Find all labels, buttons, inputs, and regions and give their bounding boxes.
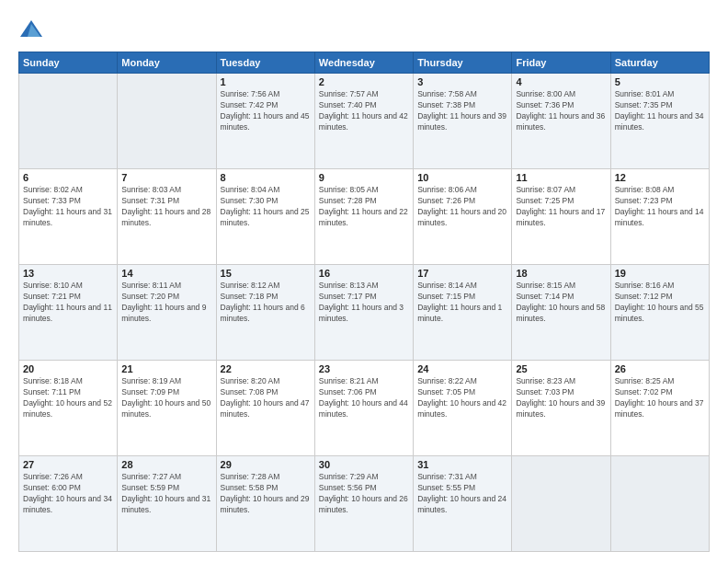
day-detail: Sunrise: 7:56 AM Sunset: 7:42 PM Dayligh… [221, 89, 311, 133]
calendar-cell: 28Sunrise: 7:27 AM Sunset: 5:59 PM Dayli… [118, 456, 216, 552]
day-detail: Sunrise: 7:28 AM Sunset: 5:58 PM Dayligh… [221, 472, 311, 516]
day-detail: Sunrise: 8:11 AM Sunset: 7:20 PM Dayligh… [121, 281, 211, 325]
day-number: 3 [417, 76, 507, 87]
day-number: 26 [615, 363, 705, 374]
day-detail: Sunrise: 8:15 AM Sunset: 7:14 PM Dayligh… [516, 281, 606, 325]
day-number: 7 [121, 172, 211, 183]
weekday-header: Saturday [610, 52, 709, 74]
calendar-cell: 2Sunrise: 7:57 AM Sunset: 7:40 PM Daylig… [314, 74, 413, 169]
day-number: 15 [221, 268, 311, 279]
day-detail: Sunrise: 8:13 AM Sunset: 7:17 PM Dayligh… [319, 281, 409, 325]
calendar-cell [610, 456, 709, 552]
calendar-cell: 6Sunrise: 8:02 AM Sunset: 7:33 PM Daylig… [19, 169, 118, 265]
weekday-header: Wednesday [314, 52, 413, 74]
calendar-cell: 14Sunrise: 8:11 AM Sunset: 7:20 PM Dayli… [118, 265, 216, 361]
day-detail: Sunrise: 8:14 AM Sunset: 7:15 PM Dayligh… [417, 281, 507, 325]
day-detail: Sunrise: 8:23 AM Sunset: 7:03 PM Dayligh… [516, 376, 606, 420]
weekday-header: Monday [118, 52, 216, 74]
calendar-cell: 15Sunrise: 8:12 AM Sunset: 7:18 PM Dayli… [216, 265, 314, 361]
day-number: 4 [516, 76, 606, 87]
day-number: 11 [516, 172, 606, 183]
day-number: 10 [417, 172, 507, 183]
day-number: 27 [23, 459, 113, 470]
logo [18, 17, 48, 42]
calendar-cell: 20Sunrise: 8:18 AM Sunset: 7:11 PM Dayli… [19, 361, 118, 456]
calendar-week-row: 27Sunrise: 7:26 AM Sunset: 6:00 PM Dayli… [19, 456, 710, 552]
day-detail: Sunrise: 7:26 AM Sunset: 6:00 PM Dayligh… [23, 472, 113, 516]
calendar-cell: 24Sunrise: 8:22 AM Sunset: 7:05 PM Dayli… [414, 361, 512, 456]
day-number: 9 [319, 172, 409, 183]
day-detail: Sunrise: 8:21 AM Sunset: 7:06 PM Dayligh… [319, 376, 409, 420]
day-detail: Sunrise: 8:03 AM Sunset: 7:31 PM Dayligh… [121, 185, 211, 229]
day-detail: Sunrise: 8:04 AM Sunset: 7:30 PM Dayligh… [221, 185, 311, 229]
calendar-cell: 7Sunrise: 8:03 AM Sunset: 7:31 PM Daylig… [118, 169, 216, 265]
day-number: 23 [319, 363, 409, 374]
day-detail: Sunrise: 8:01 AM Sunset: 7:35 PM Dayligh… [615, 89, 705, 133]
day-number: 1 [221, 76, 311, 87]
calendar-cell [19, 74, 118, 169]
day-number: 13 [23, 268, 113, 279]
calendar-cell: 23Sunrise: 8:21 AM Sunset: 7:06 PM Dayli… [314, 361, 413, 456]
calendar-week-row: 13Sunrise: 8:10 AM Sunset: 7:21 PM Dayli… [19, 265, 710, 361]
day-detail: Sunrise: 8:19 AM Sunset: 7:09 PM Dayligh… [121, 376, 211, 420]
day-detail: Sunrise: 8:10 AM Sunset: 7:21 PM Dayligh… [23, 281, 113, 325]
calendar-cell [512, 456, 610, 552]
calendar-cell: 21Sunrise: 8:19 AM Sunset: 7:09 PM Dayli… [118, 361, 216, 456]
day-number: 14 [121, 268, 211, 279]
day-number: 12 [615, 172, 705, 183]
header [18, 17, 710, 42]
calendar-cell: 11Sunrise: 8:07 AM Sunset: 7:25 PM Dayli… [512, 169, 610, 265]
day-number: 24 [417, 363, 507, 374]
day-detail: Sunrise: 7:29 AM Sunset: 5:56 PM Dayligh… [319, 472, 409, 516]
day-number: 22 [221, 363, 311, 374]
calendar-cell: 25Sunrise: 8:23 AM Sunset: 7:03 PM Dayli… [512, 361, 610, 456]
calendar-week-row: 20Sunrise: 8:18 AM Sunset: 7:11 PM Dayli… [19, 361, 710, 456]
day-number: 21 [121, 363, 211, 374]
day-number: 17 [417, 268, 507, 279]
calendar-cell: 8Sunrise: 8:04 AM Sunset: 7:30 PM Daylig… [216, 169, 314, 265]
calendar-week-row: 1Sunrise: 7:56 AM Sunset: 7:42 PM Daylig… [19, 74, 710, 169]
day-detail: Sunrise: 8:25 AM Sunset: 7:02 PM Dayligh… [615, 376, 705, 420]
calendar-cell: 5Sunrise: 8:01 AM Sunset: 7:35 PM Daylig… [610, 74, 709, 169]
day-number: 20 [23, 363, 113, 374]
calendar-cell: 22Sunrise: 8:20 AM Sunset: 7:08 PM Dayli… [216, 361, 314, 456]
day-detail: Sunrise: 8:07 AM Sunset: 7:25 PM Dayligh… [516, 185, 606, 229]
page: SundayMondayTuesdayWednesdayThursdayFrid… [0, 0, 728, 563]
weekday-header: Friday [512, 52, 610, 74]
day-detail: Sunrise: 8:06 AM Sunset: 7:26 PM Dayligh… [417, 185, 507, 229]
weekday-header: Tuesday [216, 52, 314, 74]
calendar-cell [118, 74, 216, 169]
logo-icon [18, 17, 44, 42]
weekday-header-row: SundayMondayTuesdayWednesdayThursdayFrid… [19, 52, 710, 74]
calendar-cell: 19Sunrise: 8:16 AM Sunset: 7:12 PM Dayli… [610, 265, 709, 361]
day-detail: Sunrise: 8:02 AM Sunset: 7:33 PM Dayligh… [23, 185, 113, 229]
day-number: 5 [615, 76, 705, 87]
day-number: 8 [221, 172, 311, 183]
day-number: 6 [23, 172, 113, 183]
day-detail: Sunrise: 7:57 AM Sunset: 7:40 PM Dayligh… [319, 89, 409, 133]
day-detail: Sunrise: 8:22 AM Sunset: 7:05 PM Dayligh… [417, 376, 507, 420]
day-detail: Sunrise: 7:27 AM Sunset: 5:59 PM Dayligh… [121, 472, 211, 516]
calendar-cell: 10Sunrise: 8:06 AM Sunset: 7:26 PM Dayli… [414, 169, 512, 265]
day-number: 2 [319, 76, 409, 87]
weekday-header: Thursday [414, 52, 512, 74]
day-detail: Sunrise: 7:31 AM Sunset: 5:55 PM Dayligh… [417, 472, 507, 516]
day-detail: Sunrise: 8:18 AM Sunset: 7:11 PM Dayligh… [23, 376, 113, 420]
calendar-cell: 31Sunrise: 7:31 AM Sunset: 5:55 PM Dayli… [414, 456, 512, 552]
calendar-cell: 30Sunrise: 7:29 AM Sunset: 5:56 PM Dayli… [314, 456, 413, 552]
day-detail: Sunrise: 8:16 AM Sunset: 7:12 PM Dayligh… [615, 281, 705, 325]
calendar-cell: 3Sunrise: 7:58 AM Sunset: 7:38 PM Daylig… [414, 74, 512, 169]
day-number: 19 [615, 268, 705, 279]
calendar-cell: 1Sunrise: 7:56 AM Sunset: 7:42 PM Daylig… [216, 74, 314, 169]
day-detail: Sunrise: 8:00 AM Sunset: 7:36 PM Dayligh… [516, 89, 606, 133]
day-number: 30 [319, 459, 409, 470]
calendar-cell: 9Sunrise: 8:05 AM Sunset: 7:28 PM Daylig… [314, 169, 413, 265]
calendar-cell: 12Sunrise: 8:08 AM Sunset: 7:23 PM Dayli… [610, 169, 709, 265]
calendar-cell: 26Sunrise: 8:25 AM Sunset: 7:02 PM Dayli… [610, 361, 709, 456]
day-detail: Sunrise: 8:12 AM Sunset: 7:18 PM Dayligh… [221, 281, 311, 325]
calendar-cell: 29Sunrise: 7:28 AM Sunset: 5:58 PM Dayli… [216, 456, 314, 552]
calendar-week-row: 6Sunrise: 8:02 AM Sunset: 7:33 PM Daylig… [19, 169, 710, 265]
day-number: 31 [417, 459, 507, 470]
calendar-cell: 13Sunrise: 8:10 AM Sunset: 7:21 PM Dayli… [19, 265, 118, 361]
day-detail: Sunrise: 7:58 AM Sunset: 7:38 PM Dayligh… [417, 89, 507, 133]
